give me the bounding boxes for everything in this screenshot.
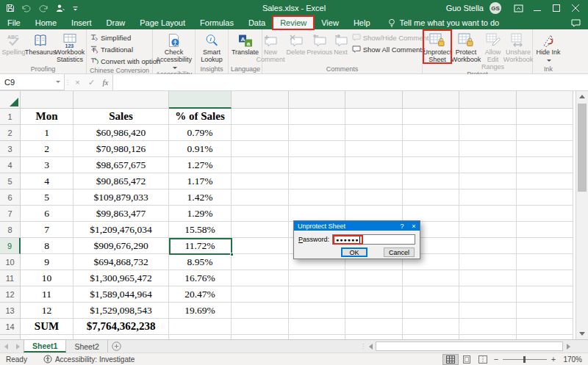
cell-empty[interactable] <box>403 157 460 173</box>
cell-empty[interactable] <box>517 270 574 286</box>
cell-empty[interactable] <box>289 141 346 157</box>
cell-empty[interactable] <box>517 125 574 141</box>
cell-empty[interactable] <box>232 157 289 173</box>
column-header[interactable] <box>232 91 289 109</box>
cell-empty[interactable] <box>459 286 517 303</box>
row-header[interactable]: 5 <box>0 173 21 189</box>
fill-handle[interactable] <box>230 253 234 256</box>
column-header[interactable] <box>74 91 169 109</box>
tab-formulas[interactable]: Formulas <box>193 16 241 29</box>
cell-col-c[interactable]: 19.69% <box>169 303 232 319</box>
cell-empty[interactable] <box>403 270 460 286</box>
column-header[interactable] <box>517 91 574 109</box>
zoom-slider[interactable] <box>503 359 547 360</box>
vertical-scroll-thumb[interactable] <box>578 104 587 192</box>
next-comment-button[interactable]: Next <box>333 30 349 56</box>
cell-col-a[interactable]: 8 <box>21 238 74 254</box>
ok-button[interactable]: OK <box>341 247 368 257</box>
hide-ink-button[interactable]: Hide Ink <box>534 30 562 63</box>
cell-empty[interactable] <box>517 303 574 319</box>
cell-empty[interactable] <box>459 238 517 254</box>
cell-col-c[interactable] <box>169 319 232 335</box>
cell-empty[interactable] <box>459 157 517 173</box>
row-header[interactable]: 12 <box>0 286 21 303</box>
row-header[interactable]: 13 <box>0 303 21 319</box>
cell-empty[interactable] <box>517 222 574 238</box>
name-box-dropdown-icon[interactable] <box>56 81 60 83</box>
cell-empty[interactable] <box>232 141 289 157</box>
ribbon-display-options-icon[interactable] <box>509 0 528 16</box>
column-header[interactable] <box>403 91 460 109</box>
insert-function-icon[interactable]: fx <box>98 74 112 90</box>
cell-empty[interactable] <box>289 286 346 303</box>
cell-empty[interactable] <box>459 319 517 335</box>
cell-empty[interactable] <box>232 270 289 286</box>
cell-col-c[interactable]: 1.17% <box>169 173 232 189</box>
cell-col-c[interactable]: 1.27% <box>169 157 232 173</box>
cell-empty[interactable] <box>517 141 574 157</box>
page-break-preview-button[interactable] <box>475 354 491 365</box>
dialog-title-bar[interactable]: Unprotect Sheet ? × <box>294 221 420 231</box>
cell-empty[interactable] <box>517 238 574 254</box>
cell-empty[interactable] <box>459 303 517 319</box>
row-header[interactable]: 3 <box>0 141 21 157</box>
cell-col-c[interactable]: 16.76% <box>169 270 232 286</box>
cell-col-a[interactable]: 10 <box>21 270 74 286</box>
cell-empty[interactable] <box>289 173 346 189</box>
show-all-comments-button[interactable]: Show All Comments <box>352 44 429 54</box>
cell-empty[interactable] <box>232 222 289 238</box>
row-header[interactable]: 7 <box>0 206 21 222</box>
cell-empty[interactable] <box>289 125 346 141</box>
cell-empty[interactable] <box>517 157 574 173</box>
sheet-tab-sheet1[interactable]: Sheet1 <box>24 340 66 353</box>
cell-col-b[interactable]: $1,209,476,034 <box>74 222 169 238</box>
row-header[interactable]: 4 <box>0 157 21 173</box>
tab-file[interactable]: File <box>0 16 28 29</box>
cell-empty[interactable] <box>517 189 574 206</box>
cancel-button[interactable]: Cancel <box>384 247 415 257</box>
smart-lookup-button[interactable]: i Smart Lookup <box>196 30 227 63</box>
vertical-scrollbar[interactable] <box>576 91 588 339</box>
cell-col-c[interactable]: 8.95% <box>169 254 232 270</box>
simplified-button[interactable]: Simplified <box>90 32 131 43</box>
cell-col-b[interactable]: $1,589,044,964 <box>74 286 169 303</box>
select-all-corner[interactable] <box>0 91 21 109</box>
row-header[interactable]: 1 <box>0 109 21 125</box>
cell-empty[interactable] <box>345 189 403 206</box>
allow-edit-ranges-button[interactable]: Allow Edit Ranges <box>481 30 505 71</box>
row-header[interactable]: 2 <box>0 125 21 141</box>
column-header[interactable] <box>289 91 346 109</box>
tab-data[interactable]: Data <box>241 16 273 29</box>
cancel-entry-icon[interactable]: × <box>71 74 85 90</box>
row-header[interactable]: 11 <box>0 270 21 286</box>
user-name[interactable]: Guo Stella <box>446 4 484 12</box>
traditional-button[interactable]: Traditional <box>90 44 133 54</box>
cell-empty[interactable] <box>403 319 460 335</box>
row-header[interactable]: 10 <box>0 254 21 270</box>
cell-empty[interactable] <box>459 109 517 125</box>
cell-empty[interactable] <box>517 173 574 189</box>
cell-col-c[interactable]: 0.91% <box>169 141 232 157</box>
tab-page-layout[interactable]: Page Layout <box>132 16 193 29</box>
tab-review[interactable]: Review <box>273 16 314 29</box>
thesaurus-button[interactable]: Thesaurus <box>26 30 54 56</box>
cell-empty[interactable] <box>232 125 289 141</box>
cell-col-a[interactable]: 2 <box>21 141 74 157</box>
column-header[interactable] <box>21 91 74 109</box>
cell-empty[interactable] <box>232 303 289 319</box>
cell-empty[interactable] <box>403 141 460 157</box>
redo-icon[interactable] <box>38 4 49 12</box>
cell-empty[interactable] <box>459 254 517 270</box>
horizontal-scroll-thumb[interactable] <box>376 341 563 351</box>
cell-empty[interactable] <box>289 319 346 335</box>
cell-col-b[interactable]: $70,980,126 <box>74 141 169 157</box>
tab-insert[interactable]: Insert <box>64 16 99 29</box>
cell-empty[interactable] <box>403 189 460 206</box>
cell-col-a[interactable]: 1 <box>21 125 74 141</box>
tab-draw[interactable]: Draw <box>99 16 133 29</box>
cell-col-b[interactable]: Sales <box>74 109 169 125</box>
cell-col-b[interactable]: $90,865,472 <box>74 173 169 189</box>
new-comment-button[interactable]: New Comment <box>256 30 286 63</box>
zoom-in-button[interactable]: + <box>548 355 559 364</box>
cell-empty[interactable] <box>459 125 517 141</box>
